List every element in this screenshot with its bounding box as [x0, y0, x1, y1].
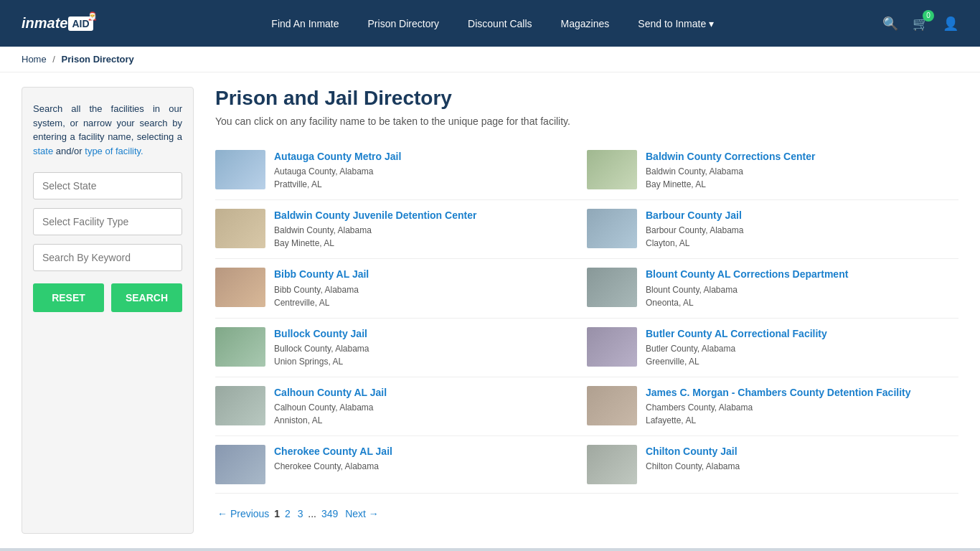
- prev-page-link[interactable]: ← Previous: [217, 508, 269, 519]
- nav-find-inmate[interactable]: Find An Inmate: [271, 18, 339, 29]
- cart-badge: 0: [923, 10, 934, 22]
- next-page-link[interactable]: Next →: [345, 508, 379, 519]
- reset-button[interactable]: RESET: [33, 283, 104, 312]
- facility-name[interactable]: Cherokee County AL Jail: [274, 445, 392, 458]
- facility-info: Autauga County Metro Jail Autauga County…: [274, 150, 401, 191]
- facility-info: Bibb County AL Jail Bibb County, Alabama…: [274, 268, 369, 309]
- facility-info: Chilton County Jail Chilton County, Alab…: [646, 445, 740, 473]
- last-page-link[interactable]: 349: [321, 508, 338, 519]
- facility-info: Calhoun County AL Jail Calhoun County, A…: [274, 386, 387, 427]
- facility-item[interactable]: Baldwin County Juvenile Detention Center…: [215, 200, 587, 259]
- facility-name[interactable]: Bullock County Jail: [274, 327, 369, 340]
- nav-magazines[interactable]: Magazines: [561, 18, 610, 29]
- breadcrumb-separator: /: [52, 54, 55, 65]
- facility-item[interactable]: James C. Morgan - Chambers County Detent…: [587, 377, 958, 436]
- directory-description: You can click on any facility name to be…: [215, 116, 958, 127]
- facility-info: Blount County AL Corrections Department …: [646, 268, 848, 309]
- facility-county: Chambers County, Alabama: [646, 401, 911, 414]
- facility-name[interactable]: Barbour County Jail: [646, 209, 744, 222]
- keyword-search-input[interactable]: [33, 244, 182, 271]
- facility-name[interactable]: Butler County AL Correctional Facility: [646, 327, 827, 340]
- facility-city: Lafayette, AL: [646, 414, 911, 427]
- facility-info: Barbour County Jail Barbour County, Alab…: [646, 209, 744, 250]
- facility-thumbnail: [587, 327, 637, 367]
- cart-icon[interactable]: 🛒 0: [913, 16, 928, 32]
- facility-name[interactable]: Calhoun County AL Jail: [274, 386, 387, 399]
- facility-city: Anniston, AL: [274, 414, 387, 427]
- logo[interactable]: inmate AID 🎅: [22, 15, 103, 32]
- nav-discount-calls[interactable]: Discount Calls: [468, 18, 532, 29]
- sidebar-description: Search all the facilities in our system,…: [33, 102, 182, 158]
- facility-city: Bay Minette, AL: [646, 178, 815, 191]
- facility-city: Clayton, AL: [646, 237, 744, 250]
- page-2-link[interactable]: 2: [285, 508, 291, 519]
- facility-item[interactable]: Autauga County Metro Jail Autauga County…: [215, 141, 587, 200]
- facility-county: Baldwin County, Alabama: [646, 165, 815, 178]
- facility-thumbnail: [587, 150, 637, 189]
- breadcrumb: Home / Prison Directory: [0, 47, 980, 72]
- facility-info: Baldwin County Juvenile Detention Center…: [274, 209, 476, 250]
- directory-section: Prison and Jail Directory You can click …: [215, 87, 958, 534]
- facility-name[interactable]: Autauga County Metro Jail: [274, 150, 401, 163]
- site-header: inmate AID 🎅 Find An Inmate Prison Direc…: [0, 0, 980, 47]
- main-content: Search all the facilities in our system,…: [0, 72, 980, 548]
- facility-thumbnail: [215, 445, 265, 484]
- facility-city: Union Springs, AL: [274, 355, 369, 368]
- facility-item[interactable]: Barbour County Jail Barbour County, Alab…: [587, 200, 958, 259]
- facility-item[interactable]: Baldwin County Corrections Center Baldwi…: [587, 141, 958, 200]
- state-select[interactable]: [33, 172, 182, 199]
- facility-county: Bibb County, Alabama: [274, 283, 369, 296]
- search-button[interactable]: SEARCH: [111, 283, 182, 312]
- breadcrumb-current: Prison Directory: [62, 54, 134, 65]
- facility-name[interactable]: Baldwin County Juvenile Detention Center: [274, 209, 476, 222]
- facility-county: Cherokee County, Alabama: [274, 460, 392, 473]
- facility-info: Butler County AL Correctional Facility B…: [646, 327, 827, 368]
- facility-item[interactable]: Bibb County AL Jail Bibb County, Alabama…: [215, 259, 587, 318]
- page-title: Prison and Jail Directory: [215, 87, 958, 110]
- breadcrumb-home[interactable]: Home: [22, 54, 47, 65]
- facility-type-select[interactable]: [33, 208, 182, 235]
- page-1: 1: [274, 508, 280, 519]
- nav-prison-directory[interactable]: Prison Directory: [368, 18, 440, 29]
- search-icon[interactable]: 🔍: [882, 16, 898, 32]
- facility-county: Blount County, Alabama: [646, 283, 848, 296]
- facility-item[interactable]: Blount County AL Corrections Department …: [587, 259, 958, 318]
- facility-item[interactable]: Butler County AL Correctional Facility B…: [587, 319, 958, 377]
- facility-city: Bay Minette, AL: [274, 237, 476, 250]
- facilities-grid: Autauga County Metro Jail Autauga County…: [215, 141, 958, 494]
- facility-item[interactable]: Cherokee County AL Jail Cherokee County,…: [215, 436, 587, 494]
- ellipsis: ...: [308, 508, 316, 519]
- facility-county: Chilton County, Alabama: [646, 460, 740, 473]
- facility-thumbnail: [587, 268, 637, 307]
- search-buttons: RESET SEARCH: [33, 283, 182, 312]
- facility-name[interactable]: James C. Morgan - Chambers County Detent…: [646, 386, 911, 399]
- facility-item[interactable]: Calhoun County AL Jail Calhoun County, A…: [215, 377, 587, 436]
- facility-info: Baldwin County Corrections Center Baldwi…: [646, 150, 815, 191]
- facility-city: Oneonta, AL: [646, 296, 848, 309]
- facility-thumbnail: [587, 386, 637, 425]
- search-sidebar: Search all the facilities in our system,…: [22, 87, 194, 534]
- facility-county: Bullock County, Alabama: [274, 342, 369, 355]
- facility-thumbnail: [215, 327, 265, 367]
- facility-thumbnail: [215, 150, 265, 189]
- facility-name[interactable]: Bibb County AL Jail: [274, 268, 369, 281]
- facility-name[interactable]: Blount County AL Corrections Department: [646, 268, 848, 281]
- facility-county: Autauga County, Alabama: [274, 165, 401, 178]
- facility-item[interactable]: Bullock County Jail Bullock County, Alab…: [215, 319, 587, 377]
- facility-item[interactable]: Chilton County Jail Chilton County, Alab…: [587, 436, 958, 494]
- user-icon[interactable]: 👤: [943, 16, 958, 32]
- facility-info: James C. Morgan - Chambers County Detent…: [646, 386, 911, 427]
- facility-name[interactable]: Chilton County Jail: [646, 445, 740, 458]
- page-3-link[interactable]: 3: [298, 508, 303, 519]
- nav-send-to-inmate[interactable]: Send to Inmate ▾: [638, 18, 714, 29]
- facility-city: Greenville, AL: [646, 355, 827, 368]
- facility-name[interactable]: Baldwin County Corrections Center: [646, 150, 815, 163]
- facility-city: Centreville, AL: [274, 296, 369, 309]
- pagination: ← Previous 1 2 3 ... 349 Next →: [215, 494, 958, 534]
- logo-hat-icon: 🎅: [88, 11, 98, 21]
- site-footer: inmateAID Ask the Inmate / Letters & Pho…: [0, 548, 980, 551]
- chevron-down-icon: ▾: [709, 18, 714, 29]
- facility-thumbnail: [587, 445, 637, 484]
- header-icons: 🔍 🛒 0 👤: [882, 16, 958, 32]
- facility-county: Butler County, Alabama: [646, 342, 827, 355]
